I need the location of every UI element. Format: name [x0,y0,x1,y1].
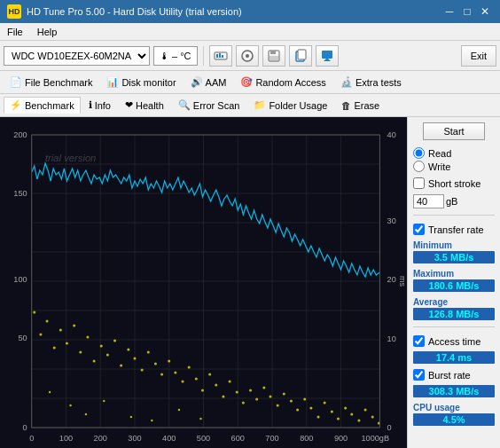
erase-label: Erase [354,100,379,111]
transfer-rate-checkbox[interactable] [413,224,425,235]
erase-icon: 🗑 [341,100,351,111]
write-radio[interactable] [413,161,425,172]
svg-point-74 [127,349,129,351]
maximum-section: Maximum 180.6 MB/s [413,269,495,292]
svg-text:500: 500 [197,434,210,443]
svg-rect-1 [216,54,218,58]
svg-point-99 [296,409,299,412]
svg-point-108 [357,420,360,422]
tab-row-2: ⚡ Benchmark ℹ Info ❤ Health 🔍 Error Scan… [0,94,500,117]
write-label: Write [428,161,450,172]
menu-help[interactable]: Help [34,26,61,38]
svg-point-60 [33,311,35,314]
svg-rect-7 [270,51,276,54]
svg-point-75 [133,358,136,360]
svg-point-114 [85,413,87,415]
svg-point-5 [246,54,249,58]
window-controls: ─ □ ✕ [441,4,493,20]
close-button[interactable]: ✕ [477,4,493,20]
main-content: 200 150 100 50 0 MB/s 40 20 10 0 30 ms 0… [0,117,500,448]
menu-file[interactable]: File [4,26,27,38]
short-stroke-item[interactable]: Short stroke [413,177,495,189]
write-radio-item[interactable]: Write [413,161,495,172]
temp-value: – °C [172,51,191,61]
tab-info[interactable]: ℹ Info [82,97,117,114]
chart-area: 200 150 100 50 0 MB/s 40 20 10 0 30 ms 0… [0,117,407,448]
exit-button[interactable]: Exit [461,45,496,67]
maximize-button[interactable]: □ [459,4,475,20]
svg-text:0: 0 [387,423,392,432]
tb-btn-2[interactable] [236,45,259,67]
gb-spinbox[interactable] [413,194,444,208]
svg-point-109 [364,409,367,412]
error-scan-icon: 🔍 [178,99,191,111]
burst-rate-item[interactable]: Burst rate [413,369,495,381]
tab-aam[interactable]: 🔊 AAM [184,74,233,90]
tab-row-1: 📄 File Benchmark 📊 Disk monitor 🔊 AAM 🎯 … [0,71,500,94]
tb-btn-4[interactable] [289,45,312,67]
burst-rate-checkbox[interactable] [413,369,425,381]
svg-point-71 [106,354,109,357]
tab-erase[interactable]: 🗑 Erase [335,98,386,114]
svg-point-87 [215,384,217,387]
toolbar-separator [203,46,204,66]
svg-point-94 [262,387,265,389]
average-section: Average 126.8 MB/s [413,297,495,320]
tab-random-access[interactable]: 🎯 Random Access [234,74,332,90]
gb-label: gB [446,196,457,207]
svg-point-80 [168,360,170,363]
svg-point-64 [59,329,62,332]
app-icon: HD [7,4,21,19]
svg-text:50: 50 [18,334,27,342]
access-time-checkbox[interactable] [413,335,425,347]
svg-text:trial version: trial version [45,153,96,163]
svg-point-93 [255,398,258,401]
tb-btn-5[interactable] [316,45,339,67]
cpu-section: CPU usage 4.5% [413,403,495,426]
transfer-rate-item[interactable]: Transfer rate [413,224,495,235]
svg-point-77 [147,351,150,354]
tb-btn-1[interactable] [209,45,232,67]
minimum-section: Minimum 3.5 MB/s [413,240,495,263]
tab-folder-usage[interactable]: 📁 Folder Usage [247,97,333,114]
tab-disk-monitor[interactable]: 📊 Disk monitor [100,74,182,90]
tab-file-benchmark[interactable]: 📄 File Benchmark [4,74,98,90]
disk-monitor-icon: 📊 [106,76,119,88]
svg-point-110 [371,416,374,419]
svg-text:150: 150 [13,189,27,198]
svg-text:100: 100 [59,434,73,443]
tb-btn-3[interactable] [262,45,285,67]
minimize-button[interactable]: ─ [441,4,457,20]
read-radio-item[interactable]: Read [413,147,495,159]
cpu-usage-value: 4.5% [413,413,495,426]
access-time-item[interactable]: Access time [413,335,495,347]
short-stroke-checkbox[interactable] [413,177,425,189]
minimum-value: 3.5 MB/s [413,251,495,263]
read-radio[interactable] [413,147,425,159]
svg-point-117 [151,420,152,421]
svg-text:100: 100 [13,275,27,284]
svg-point-118 [178,409,180,411]
aam-icon: 🔊 [191,76,203,88]
svg-point-101 [309,407,312,410]
save-icon [267,49,281,63]
svg-text:0: 0 [29,434,34,443]
svg-point-62 [46,320,49,323]
benchmark-chart: 200 150 100 50 0 MB/s 40 20 10 0 30 ms 0… [0,117,407,448]
svg-point-69 [93,360,96,363]
tab-health[interactable]: ❤ Health [119,97,170,114]
info-icon: ℹ [89,99,92,111]
svg-point-70 [100,345,103,348]
drive-select[interactable]: WDC WD10EZEX-60M2NA0 (1000 gB) [4,46,150,66]
svg-point-105 [337,418,340,420]
tab-error-scan[interactable]: 🔍 Error Scan [172,97,246,114]
start-button[interactable]: Start [423,122,485,140]
tab-extra-tests[interactable]: 🔬 Extra tests [334,74,408,90]
svg-text:10: 10 [387,334,396,343]
temperature-button[interactable]: 🌡 – °C [153,46,198,66]
burst-rate-value: 308.3 MB/s [413,385,495,397]
svg-text:700: 700 [265,434,278,443]
tab-benchmark[interactable]: ⚡ Benchmark [4,97,81,114]
svg-point-100 [303,398,306,401]
svg-point-95 [269,396,271,398]
